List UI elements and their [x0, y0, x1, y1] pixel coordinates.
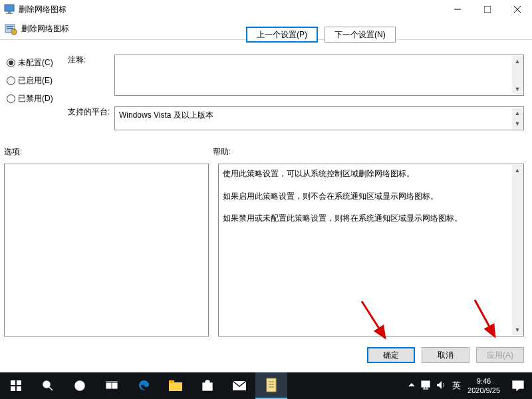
mail-icon[interactable]	[223, 372, 255, 399]
radio-label: 已禁用(D)	[18, 93, 53, 104]
state-radios: 未配置(C) 已启用(E) 已禁用(D)	[7, 57, 53, 111]
app-task-icon[interactable]	[255, 372, 287, 399]
help-text: 使用此策略设置，可以从系统控制区域删除网络图标。	[223, 167, 519, 182]
svg-rect-31	[267, 378, 276, 392]
cortana-icon[interactable]	[64, 372, 96, 399]
radio-label: 未配置(C)	[18, 57, 53, 68]
start-button[interactable]	[0, 372, 32, 399]
taskbar: 英 9:46 2020/9/25	[0, 372, 532, 399]
radio-disabled[interactable]: 已禁用(D)	[7, 93, 53, 104]
svg-rect-13	[11, 380, 15, 385]
svg-point-19	[75, 381, 84, 390]
volume-tray-icon[interactable]	[436, 380, 447, 391]
window-title: 删除网络图标	[19, 4, 442, 15]
svg-rect-29	[208, 388, 210, 390]
tray-chevron-icon[interactable]	[408, 382, 415, 390]
scrollbar[interactable]: ▲▼	[512, 108, 523, 129]
help-pane: 使用此策略设置，可以从系统控制区域删除网络图标。 如果启用此策略设置，则不会在系…	[218, 164, 524, 336]
minimize-button[interactable]	[442, 0, 472, 19]
platform-textarea: Windows Vista 及以上版本 ▲▼	[114, 106, 524, 130]
help-label: 帮助:	[213, 146, 231, 158]
svg-rect-1	[8, 11, 11, 13]
scrollbar[interactable]: ▲▼	[512, 56, 523, 94]
prev-setting-button[interactable]: 上一个设置(P)	[246, 27, 318, 43]
platform-label: 支持的平台:	[68, 106, 110, 118]
scroll-down-icon[interactable]: ▼	[512, 325, 523, 335]
options-pane	[4, 164, 209, 336]
ime-indicator[interactable]: 英	[452, 380, 461, 392]
svg-rect-28	[205, 388, 207, 390]
help-text: 如果启用此策略设置，则不会在系统通知区域显示网络图标。	[223, 190, 519, 204]
maximize-button[interactable]	[472, 0, 502, 19]
svg-rect-14	[17, 380, 21, 385]
scroll-up-icon[interactable]: ▲	[512, 56, 523, 66]
radio-enabled[interactable]: 已启用(E)	[7, 75, 53, 86]
svg-rect-27	[208, 385, 210, 387]
svg-rect-35	[422, 381, 430, 387]
cancel-button[interactable]: 取消	[422, 347, 469, 363]
app-icon	[4, 4, 15, 15]
network-tray-icon[interactable]	[420, 380, 431, 391]
system-tray[interactable]: 英	[408, 380, 464, 392]
svg-rect-16	[17, 386, 21, 391]
search-icon[interactable]	[32, 372, 64, 399]
policy-title: 删除网络图标	[21, 23, 69, 35]
next-setting-button[interactable]: 下一个设置(N)	[325, 27, 396, 43]
svg-rect-39	[513, 381, 523, 388]
apply-button[interactable]: 应用(A)	[476, 347, 524, 363]
svg-point-10	[11, 29, 17, 35]
explorer-icon[interactable]	[160, 372, 192, 399]
taskview-icon[interactable]	[96, 372, 128, 399]
svg-rect-4	[484, 6, 491, 13]
svg-line-18	[49, 387, 53, 390]
scroll-up-icon[interactable]: ▲	[512, 108, 523, 118]
svg-rect-26	[205, 385, 207, 387]
policy-icon	[4, 23, 17, 36]
titlebar: 删除网络图标	[0, 0, 532, 19]
taskbar-clock[interactable]: 9:46 2020/9/25	[464, 376, 504, 396]
svg-point-17	[43, 381, 50, 388]
scrollbar[interactable]: ▲▼	[512, 165, 523, 335]
edge-icon[interactable]	[128, 372, 160, 399]
scroll-down-icon[interactable]: ▼	[512, 118, 523, 129]
action-center-icon[interactable]	[504, 380, 532, 391]
help-text: 如果禁用或未配置此策略设置，则将在系统通知区域显示网络图标。	[223, 211, 519, 226]
store-icon[interactable]	[192, 372, 223, 399]
svg-rect-20	[106, 383, 111, 388]
options-label: 选项:	[4, 146, 22, 158]
comment-textarea[interactable]: ▲▼	[114, 55, 524, 96]
svg-rect-23	[169, 382, 182, 391]
svg-rect-15	[11, 386, 15, 391]
ok-button[interactable]: 确定	[367, 347, 415, 363]
comment-label: 注释:	[68, 55, 86, 66]
svg-rect-0	[5, 5, 14, 11]
scroll-down-icon[interactable]: ▼	[512, 84, 523, 94]
radio-label: 已启用(E)	[18, 75, 53, 86]
svg-rect-8	[7, 26, 13, 27]
svg-rect-2	[6, 13, 13, 14]
close-button[interactable]	[502, 0, 532, 19]
svg-rect-9	[7, 28, 13, 29]
svg-rect-24	[169, 380, 174, 383]
svg-rect-21	[112, 383, 117, 388]
scroll-up-icon[interactable]: ▲	[512, 165, 523, 176]
radio-not-configured[interactable]: 未配置(C)	[7, 57, 53, 68]
